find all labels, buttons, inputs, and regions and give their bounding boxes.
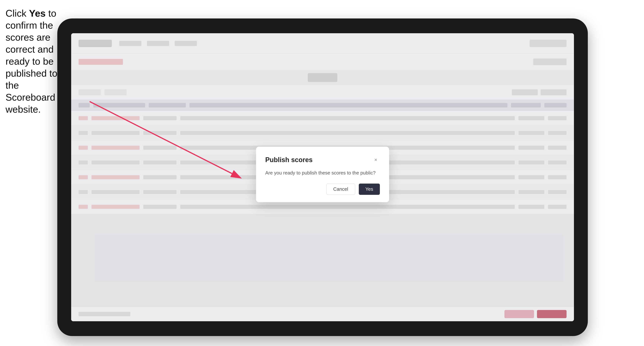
tablet-device: Publish scores × Are you ready to publis… bbox=[57, 18, 588, 336]
arrow-indicator bbox=[71, 33, 574, 321]
tablet-screen: Publish scores × Are you ready to publis… bbox=[71, 33, 574, 321]
instruction-bold: Yes bbox=[29, 8, 46, 19]
instruction-text: Click Yes to confirm the scores are corr… bbox=[6, 7, 59, 115]
svg-line-1 bbox=[90, 102, 232, 173]
